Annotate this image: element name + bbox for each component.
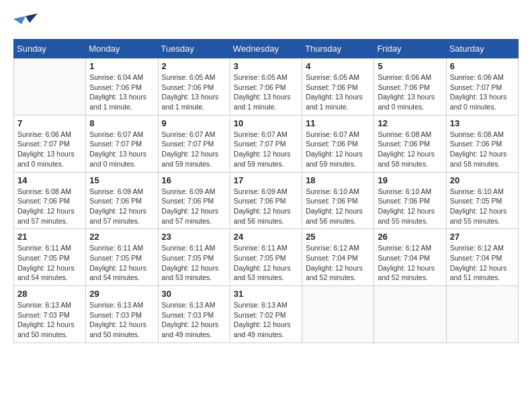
day-info: Sunrise: 6:08 AMSunset: 7:06 PMDaylight:…: [450, 130, 515, 169]
day-number: 20: [450, 175, 515, 185]
calendar-cell: 4Sunrise: 6:05 AMSunset: 7:06 PMDaylight…: [302, 58, 374, 116]
day-info: Sunrise: 6:13 AMSunset: 7:03 PMDaylight:…: [89, 300, 154, 340]
day-info: Sunrise: 6:05 AMSunset: 7:06 PMDaylight:…: [162, 73, 226, 112]
calendar-cell: 17Sunrise: 6:09 AMSunset: 7:06 PMDayligh…: [230, 172, 302, 229]
calendar-cell: 28Sunrise: 6:13 AMSunset: 7:03 PMDayligh…: [14, 286, 86, 343]
calendar-cell: 19Sunrise: 6:10 AMSunset: 7:06 PMDayligh…: [374, 172, 446, 229]
calendar-cell: 13Sunrise: 6:08 AMSunset: 7:06 PMDayligh…: [446, 115, 518, 172]
week-row-1: 1Sunrise: 6:04 AMSunset: 7:06 PMDaylight…: [14, 58, 519, 116]
day-info: Sunrise: 6:06 AMSunset: 7:06 PMDaylight:…: [378, 73, 442, 112]
day-number: 17: [234, 175, 298, 185]
day-number: 4: [306, 61, 370, 71]
calendar-cell: 11Sunrise: 6:07 AMSunset: 7:06 PMDayligh…: [302, 115, 374, 172]
calendar-cell: 30Sunrise: 6:13 AMSunset: 7:03 PMDayligh…: [158, 286, 230, 343]
column-header-monday: Monday: [86, 40, 158, 58]
day-info: Sunrise: 6:05 AMSunset: 7:06 PMDaylight:…: [234, 73, 298, 112]
calendar-cell: 24Sunrise: 6:11 AMSunset: 7:05 PMDayligh…: [230, 229, 302, 286]
day-info: Sunrise: 6:10 AMSunset: 7:06 PMDaylight:…: [378, 187, 442, 226]
day-number: 10: [234, 118, 298, 128]
calendar-header-row: SundayMondayTuesdayWednesdayThursdayFrid…: [14, 40, 519, 58]
day-number: 25: [306, 232, 370, 242]
calendar-cell: 26Sunrise: 6:12 AMSunset: 7:04 PMDayligh…: [374, 229, 446, 286]
svg-marker-0: [26, 13, 38, 23]
day-info: Sunrise: 6:11 AMSunset: 7:05 PMDaylight:…: [234, 243, 298, 283]
calendar-cell: [446, 286, 518, 343]
day-info: Sunrise: 6:09 AMSunset: 7:06 PMDaylight:…: [89, 187, 154, 226]
column-header-tuesday: Tuesday: [158, 40, 230, 58]
calendar-cell: 29Sunrise: 6:13 AMSunset: 7:03 PMDayligh…: [86, 286, 158, 343]
day-number: 14: [17, 175, 82, 185]
logo-icon: [13, 13, 38, 32]
calendar-cell: [302, 286, 374, 343]
calendar-cell: 31Sunrise: 6:13 AMSunset: 7:02 PMDayligh…: [230, 286, 302, 343]
day-number: 27: [450, 232, 515, 242]
day-number: 7: [17, 118, 82, 128]
day-info: Sunrise: 6:12 AMSunset: 7:04 PMDaylight:…: [378, 243, 442, 283]
calendar-cell: 21Sunrise: 6:11 AMSunset: 7:05 PMDayligh…: [14, 229, 86, 286]
calendar-cell: [14, 58, 86, 116]
calendar-cell: 27Sunrise: 6:12 AMSunset: 7:04 PMDayligh…: [446, 229, 518, 286]
day-info: Sunrise: 6:13 AMSunset: 7:02 PMDaylight:…: [234, 300, 298, 340]
day-number: 22: [89, 232, 154, 242]
calendar-table: SundayMondayTuesdayWednesdayThursdayFrid…: [13, 39, 519, 343]
day-number: 8: [89, 118, 154, 128]
week-row-4: 21Sunrise: 6:11 AMSunset: 7:05 PMDayligh…: [14, 229, 519, 286]
day-info: Sunrise: 6:05 AMSunset: 7:06 PMDaylight:…: [306, 73, 370, 112]
day-info: Sunrise: 6:13 AMSunset: 7:03 PMDaylight:…: [162, 300, 226, 340]
calendar-cell: 5Sunrise: 6:06 AMSunset: 7:06 PMDaylight…: [374, 58, 446, 116]
calendar-cell: 15Sunrise: 6:09 AMSunset: 7:06 PMDayligh…: [86, 172, 158, 229]
column-header-sunday: Sunday: [14, 40, 86, 58]
day-number: 31: [234, 289, 298, 299]
day-info: Sunrise: 6:13 AMSunset: 7:03 PMDaylight:…: [17, 300, 82, 340]
day-info: Sunrise: 6:07 AMSunset: 7:07 PMDaylight:…: [89, 130, 154, 169]
day-info: Sunrise: 6:07 AMSunset: 7:06 PMDaylight:…: [306, 130, 370, 169]
day-number: 2: [162, 61, 226, 71]
day-number: 23: [162, 232, 226, 242]
day-number: 24: [234, 232, 298, 242]
svg-marker-1: [13, 16, 26, 24]
week-row-3: 14Sunrise: 6:08 AMSunset: 7:06 PMDayligh…: [14, 172, 519, 229]
day-info: Sunrise: 6:07 AMSunset: 7:07 PMDaylight:…: [234, 130, 298, 169]
calendar-cell: 14Sunrise: 6:08 AMSunset: 7:06 PMDayligh…: [14, 172, 86, 229]
column-header-wednesday: Wednesday: [230, 40, 302, 58]
calendar-cell: 10Sunrise: 6:07 AMSunset: 7:07 PMDayligh…: [230, 115, 302, 172]
calendar-cell: 20Sunrise: 6:10 AMSunset: 7:05 PMDayligh…: [446, 172, 518, 229]
calendar-cell: 12Sunrise: 6:08 AMSunset: 7:06 PMDayligh…: [374, 115, 446, 172]
day-info: Sunrise: 6:07 AMSunset: 7:07 PMDaylight:…: [162, 130, 226, 169]
column-header-saturday: Saturday: [446, 40, 518, 58]
day-number: 9: [162, 118, 226, 128]
day-number: 1: [89, 61, 154, 71]
day-number: 18: [306, 175, 370, 185]
calendar-cell: 9Sunrise: 6:07 AMSunset: 7:07 PMDaylight…: [158, 115, 230, 172]
week-row-5: 28Sunrise: 6:13 AMSunset: 7:03 PMDayligh…: [14, 286, 519, 343]
day-info: Sunrise: 6:09 AMSunset: 7:06 PMDaylight:…: [234, 187, 298, 226]
day-number: 19: [378, 175, 442, 185]
day-info: Sunrise: 6:11 AMSunset: 7:05 PMDaylight:…: [17, 243, 82, 283]
calendar-cell: 6Sunrise: 6:06 AMSunset: 7:07 PMDaylight…: [446, 58, 518, 116]
calendar-cell: 23Sunrise: 6:11 AMSunset: 7:05 PMDayligh…: [158, 229, 230, 286]
page-header: [13, 13, 519, 32]
day-info: Sunrise: 6:08 AMSunset: 7:06 PMDaylight:…: [378, 130, 442, 169]
day-number: 28: [17, 289, 82, 299]
day-info: Sunrise: 6:06 AMSunset: 7:07 PMDaylight:…: [450, 73, 515, 112]
day-number: 11: [306, 118, 370, 128]
day-info: Sunrise: 6:11 AMSunset: 7:05 PMDaylight:…: [89, 243, 154, 283]
calendar-cell: 18Sunrise: 6:10 AMSunset: 7:06 PMDayligh…: [302, 172, 374, 229]
day-info: Sunrise: 6:11 AMSunset: 7:05 PMDaylight:…: [162, 243, 226, 283]
day-info: Sunrise: 6:12 AMSunset: 7:04 PMDaylight:…: [450, 243, 515, 283]
day-number: 26: [378, 232, 442, 242]
calendar-cell: 25Sunrise: 6:12 AMSunset: 7:04 PMDayligh…: [302, 229, 374, 286]
day-number: 3: [234, 61, 298, 71]
column-header-friday: Friday: [374, 40, 446, 58]
day-number: 16: [162, 175, 226, 185]
day-info: Sunrise: 6:06 AMSunset: 7:07 PMDaylight:…: [17, 130, 82, 169]
day-number: 13: [450, 118, 515, 128]
week-row-2: 7Sunrise: 6:06 AMSunset: 7:07 PMDaylight…: [14, 115, 519, 172]
day-number: 30: [162, 289, 226, 299]
day-info: Sunrise: 6:10 AMSunset: 7:06 PMDaylight:…: [306, 187, 370, 226]
calendar-cell: 7Sunrise: 6:06 AMSunset: 7:07 PMDaylight…: [14, 115, 86, 172]
day-number: 15: [89, 175, 154, 185]
day-number: 12: [378, 118, 442, 128]
day-number: 21: [17, 232, 82, 242]
calendar-cell: 22Sunrise: 6:11 AMSunset: 7:05 PMDayligh…: [86, 229, 158, 286]
